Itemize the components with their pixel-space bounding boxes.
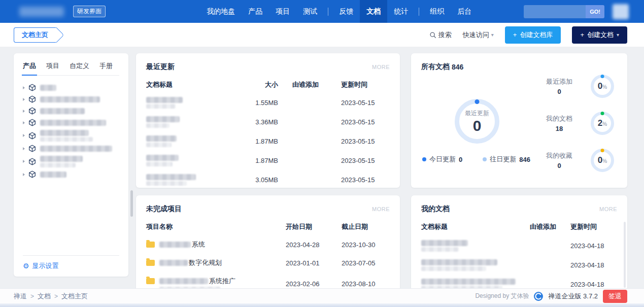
plus-icon: + — [580, 31, 584, 39]
caret-right-icon[interactable] — [23, 173, 25, 176]
redacted-doc-title — [146, 135, 177, 142]
tree-item[interactable] — [23, 117, 119, 128]
caret-right-icon[interactable] — [23, 110, 25, 113]
donut-marker-dot — [475, 99, 480, 104]
caret-right-icon[interactable] — [23, 121, 25, 124]
redacted-label — [40, 85, 56, 91]
nav-item-test[interactable]: 测试 — [296, 0, 324, 23]
recent-updates-donut: 最近更新 0 — [455, 99, 499, 144]
all-docs-count: 846 — [452, 63, 463, 71]
redacted-label — [40, 130, 89, 136]
more-link[interactable]: MORE — [599, 206, 617, 212]
breadcrumb-zentao[interactable]: 禅道 — [14, 292, 27, 301]
nav-item-org[interactable]: 组织 — [423, 0, 451, 23]
table-row[interactable]: 1.87MB 2023-05-15 — [146, 135, 390, 147]
user-avatar[interactable] — [613, 4, 629, 19]
breadcrumb-doc-home[interactable]: 文档主页 — [61, 292, 88, 301]
more-link[interactable]: MORE — [372, 64, 390, 70]
redacted-text — [146, 181, 187, 186]
caret-right-icon[interactable] — [23, 147, 25, 150]
nav-item-product[interactable]: 产品 — [242, 0, 269, 23]
redacted-doc-title — [146, 97, 183, 103]
nav-item-project[interactable]: 项目 — [269, 0, 296, 23]
designed-by-link[interactable]: Designed by 艾体验 — [475, 292, 529, 300]
create-doc-library-button[interactable]: + 创建文档库 — [505, 26, 561, 44]
redacted-text — [146, 143, 172, 147]
breadcrumb: 禅道 > 文档 > 文档主页 — [14, 292, 88, 301]
redacted-text — [146, 162, 173, 166]
display-settings-link[interactable]: ⚙ 显示设置 — [23, 255, 119, 270]
tab-custom[interactable]: 自定义 — [70, 61, 89, 71]
table-row[interactable]: 数字化规划 2023-01-01 2023-07-05 — [146, 258, 390, 267]
environment-badge: 研发界面 — [73, 6, 106, 17]
table-row[interactable]: 1.87MB 2023-05-15 — [146, 155, 390, 166]
more-link[interactable]: MORE — [372, 206, 390, 212]
nav-item-doc[interactable]: 文档 — [360, 0, 387, 23]
product-cube-icon — [28, 170, 36, 178]
caret-right-icon[interactable] — [23, 98, 25, 101]
table-row[interactable]: 3.05MB 2023-05-15 — [146, 174, 390, 186]
panel-scrollbar[interactable] — [624, 222, 626, 288]
table-row[interactable]: 系统推广 2023-02-06 2023-08-10 — [146, 277, 390, 288]
tree-item[interactable] — [23, 105, 119, 117]
logout-button[interactable]: 签退 — [603, 290, 627, 303]
table-row[interactable]: 2023-04-18 — [421, 259, 617, 271]
redacted-doc-title — [421, 259, 497, 265]
redacted-text — [146, 104, 176, 109]
product-cube-icon — [28, 107, 36, 115]
tree-item[interactable] — [23, 93, 119, 105]
nav-divider — [328, 8, 328, 16]
redacted-label — [40, 137, 93, 142]
breadcrumb-doc[interactable]: 文档 — [38, 292, 51, 301]
tab-manual[interactable]: 手册 — [99, 61, 113, 71]
nav-search: GO! — [524, 5, 604, 18]
sidebar-scrollbar[interactable] — [130, 190, 133, 217]
redacted-label — [40, 146, 112, 152]
table-row[interactable]: 系统 2023-04-28 2023-10-30 — [146, 240, 390, 249]
redacted-doc-title — [421, 279, 516, 285]
table-header: 文档标题 大小 由谁添加 更新时间 — [146, 80, 390, 89]
panel-title: 未完成项目 — [146, 204, 182, 214]
nav-item-my-zone[interactable]: 我的地盘 — [200, 0, 242, 23]
redacted-text — [421, 266, 486, 271]
tab-product[interactable]: 产品 — [23, 61, 36, 71]
panel-title: 我的文档 — [421, 204, 450, 214]
nav-search-input[interactable] — [524, 5, 586, 18]
stat-donut: 2% — [591, 112, 614, 135]
nav-item-stats[interactable]: 统计 — [387, 0, 415, 23]
search-go-button[interactable]: GO! — [586, 5, 604, 18]
tree-item[interactable] — [23, 128, 119, 143]
tree-item[interactable] — [23, 143, 119, 154]
chevron-down-icon: ▾ — [617, 32, 619, 38]
caret-right-icon[interactable] — [23, 160, 25, 163]
search-link[interactable]: 搜索 — [429, 30, 452, 40]
redacted-text — [421, 247, 459, 252]
table-row[interactable]: 1.55MB 2023-05-15 — [146, 97, 390, 109]
tab-doc-home[interactable]: 文档主页 — [14, 27, 56, 43]
table-row[interactable]: 2023-04-18 — [421, 279, 617, 288]
nav-item-admin[interactable]: 后台 — [451, 0, 478, 23]
tab-project[interactable]: 项目 — [46, 61, 59, 71]
donut-marker-dot — [601, 149, 604, 152]
tree-item[interactable] — [23, 82, 119, 93]
nav-item-feedback[interactable]: 反馈 — [332, 0, 360, 23]
donut-marker-dot — [601, 75, 604, 78]
stat-recently-added: 最近添加0 0% — [541, 75, 614, 98]
folder-icon — [146, 242, 155, 248]
caret-right-icon[interactable] — [23, 134, 25, 137]
tree-item[interactable] — [23, 154, 119, 168]
product-cube-icon — [28, 119, 36, 126]
tree-item[interactable] — [23, 168, 119, 180]
table-row[interactable]: 3.36MB 2023-05-15 — [146, 116, 390, 128]
table-row[interactable]: 2023-04-18 — [421, 240, 617, 252]
redacted-text — [159, 287, 220, 288]
stat-my-favorites: 我的收藏0 0% — [541, 149, 614, 172]
folder-icon — [146, 278, 155, 284]
quick-access-dropdown[interactable]: 快速访问 ▾ — [463, 30, 494, 40]
caret-right-icon[interactable] — [23, 86, 25, 89]
redacted-text — [421, 286, 502, 288]
panel-title: 所有文档 — [421, 62, 450, 72]
create-document-button[interactable]: + 创建文档 ▾ — [572, 26, 627, 44]
footer: 禅道 > 文档 > 文档主页 Designed by 艾体验 禅道企业版 3.7… — [0, 288, 644, 303]
breadcrumb-separator: > — [30, 293, 34, 300]
